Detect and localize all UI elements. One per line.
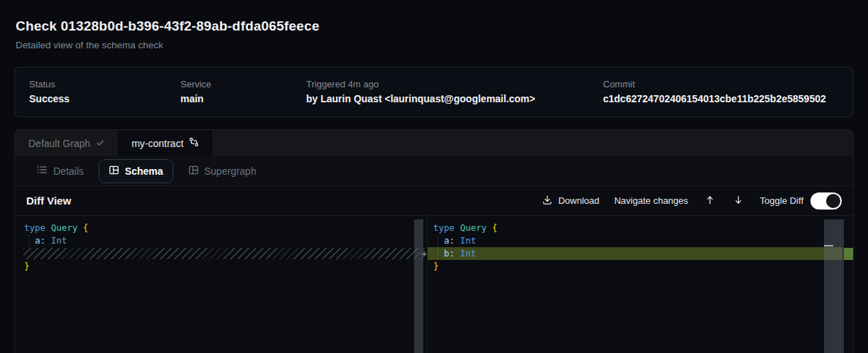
- triggered-label: Triggered 4m ago: [306, 79, 603, 89]
- compare-icon: [189, 137, 199, 149]
- download-icon: [542, 195, 553, 207]
- code-line: }: [428, 260, 853, 273]
- added-line-plus-marker: +: [421, 247, 435, 260]
- diff-pane-original: type Query { a: Int}: [15, 216, 427, 353]
- tab-default-graph-label: Default Graph: [28, 138, 90, 149]
- toggle-diff-knob: [826, 194, 840, 208]
- diff-header: Diff View Download Navigate changes: [15, 186, 853, 216]
- panels-icon: [109, 165, 119, 178]
- code-line: a: Int: [428, 234, 853, 247]
- tab-details-label: Details: [53, 165, 84, 177]
- previous-change-button[interactable]: [703, 195, 717, 207]
- panels-icon: [188, 165, 199, 178]
- diff-view-title: Diff View: [26, 195, 71, 207]
- indent-guide: [28, 234, 29, 247]
- original-pane-scrollbar[interactable]: [414, 219, 423, 353]
- toggle-diff-label: Toggle Diff: [760, 195, 803, 206]
- page-title: Check 01328b0d-b396-43f2-89ab-dfda065fee…: [16, 18, 852, 34]
- code-line: a: Int: [15, 234, 427, 247]
- tab-schema[interactable]: Schema: [99, 159, 173, 183]
- arrow-up-icon: [705, 195, 715, 207]
- code-line: type Query {: [428, 222, 853, 234]
- scrollbar-position-tick: [824, 245, 833, 246]
- diff-placeholder-line: [23, 248, 425, 259]
- tab-details[interactable]: Details: [26, 158, 94, 183]
- navigate-changes-button[interactable]: Navigate changes: [614, 195, 688, 206]
- next-change-button[interactable]: [732, 195, 745, 207]
- toggle-diff-group: Toggle Diff: [760, 192, 842, 210]
- code-line: }: [15, 260, 427, 273]
- overview-ruler-added-marker: [844, 248, 854, 260]
- arrow-down-icon: [733, 195, 744, 207]
- commit-label: Commit: [603, 79, 839, 89]
- service-label: Service: [180, 79, 306, 89]
- check-icon: [96, 138, 104, 149]
- page-header: Check 01328b0d-b396-43f2-89ab-dfda065fee…: [0, 0, 868, 51]
- navigate-changes-label: Navigate changes: [614, 195, 688, 206]
- tab-my-contract[interactable]: my-contract: [118, 130, 212, 156]
- tab-schema-label: Schema: [125, 165, 163, 177]
- code-line: type Query {: [15, 222, 427, 234]
- graph-tabs-strip: Default Graph my-contract: [15, 130, 853, 156]
- tab-my-contract-label: my-contract: [131, 138, 183, 149]
- diff-pane-modified: type Query { a: Int b: Int}: [427, 216, 853, 353]
- commit-value: c1dc62724702406154013cbe11b225b2e5859502: [603, 93, 839, 105]
- download-button[interactable]: Download: [542, 195, 600, 207]
- service-field: Service main: [180, 79, 306, 105]
- status-field: Status Success: [29, 79, 180, 105]
- tab-default-graph[interactable]: Default Graph: [15, 130, 118, 156]
- service-value: main: [180, 93, 306, 105]
- download-label: Download: [558, 195, 600, 206]
- status-value: Success: [29, 93, 180, 105]
- schema-diff-editor: type Query { a: Int} type Query { a: Int…: [15, 216, 853, 353]
- check-summary-card: Status Success Service main Triggered 4m…: [14, 67, 854, 117]
- list-icon: [36, 164, 48, 178]
- page-subtitle: Detailed view of the schema check: [16, 39, 852, 51]
- commit-field: Commit c1dc62724702406154013cbe11b225b2e…: [603, 79, 839, 105]
- added-code-line: b: Int: [428, 247, 842, 260]
- tab-supergraph-label: Supergraph: [205, 165, 256, 177]
- triggered-field: Triggered 4m ago by Laurin Quast <laurin…: [306, 79, 603, 105]
- modified-pane-scrollbar[interactable]: [824, 219, 844, 353]
- toggle-diff-switch[interactable]: [810, 192, 842, 210]
- triggered-value: by Laurin Quast <laurinquast@googlemail.…: [306, 93, 603, 105]
- tab-supergraph[interactable]: Supergraph: [178, 159, 266, 183]
- view-tabs: Details Schema Supergraph: [15, 156, 853, 186]
- indent-guide: [438, 234, 438, 260]
- status-label: Status: [29, 79, 180, 89]
- diff-controls: Download Navigate changes: [542, 192, 842, 210]
- check-detail-panel: Default Graph my-contract D: [14, 129, 854, 353]
